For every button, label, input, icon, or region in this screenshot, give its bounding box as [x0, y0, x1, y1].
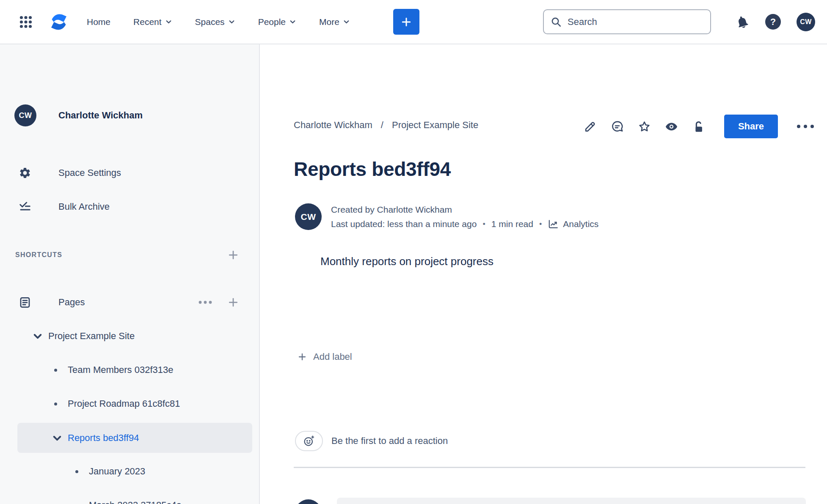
tree-item-label: Reports bed3ff94	[68, 433, 139, 444]
tree-item-label: Project Example Site	[48, 331, 135, 342]
sidebar-item-label: Bulk Archive	[58, 201, 110, 212]
star-favourite-icon[interactable]	[638, 120, 651, 133]
create-button[interactable]	[393, 9, 419, 35]
reaction-prompt-text: Be the first to add a reaction	[331, 436, 448, 446]
sidebar-item-march-2023[interactable]: March 2023 37185c4a	[0, 493, 260, 504]
page-body-text: Monthly reports on project progress	[320, 255, 493, 268]
gear-icon	[19, 167, 31, 179]
sidebar-item-reports-selected[interactable]: Reports bed3ff94	[0, 423, 260, 453]
bulk-archive-icon	[19, 200, 31, 213]
dot-separator: •	[538, 220, 543, 229]
analytics-link[interactable]: Analytics	[548, 219, 598, 230]
breadcrumb: Charlotte Wickham / Project Example Site	[294, 120, 478, 131]
user-avatar[interactable]: CW	[797, 13, 815, 31]
page-content: Charlotte Wickham / Project Example Site…	[261, 44, 827, 504]
chevron-down-icon	[228, 18, 235, 25]
space-name: Charlotte Wickham	[58, 110, 143, 121]
menu-more[interactable]: More	[319, 17, 350, 27]
page-more-icon[interactable]	[796, 124, 815, 129]
bullet-icon	[54, 369, 57, 372]
search-input[interactable]	[568, 16, 695, 27]
sidebar-item-project-example-site[interactable]: Project Example Site	[0, 324, 260, 348]
last-updated-text[interactable]: Last updated: less than a minute ago	[331, 219, 477, 229]
menu-home-label: Home	[87, 17, 110, 27]
read-time-text: 1 min read	[491, 219, 533, 229]
space-sidebar: CW Charlotte Wickham Space Settings Bulk…	[0, 44, 260, 504]
top-navigation-bar: Home Recent Spaces People More	[0, 0, 827, 44]
sidebar-item-team-members[interactable]: Team Members 032f313e	[0, 358, 260, 382]
notifications-bell-icon[interactable]	[733, 13, 751, 30]
menu-people-label: People	[258, 17, 286, 27]
edit-pencil-icon[interactable]	[584, 120, 597, 133]
page-title: Reports bed3ff94	[294, 158, 451, 181]
created-by-text[interactable]: Created by Charlotte Wickham	[331, 205, 452, 215]
author-avatar[interactable]: CW	[295, 203, 322, 230]
share-button[interactable]: Share	[724, 115, 778, 138]
pages-label: Pages	[58, 297, 85, 308]
comment-section: CW	[295, 498, 806, 504]
byline: CW Created by Charlotte Wickham Last upd…	[295, 203, 598, 230]
pages-document-icon	[19, 296, 31, 309]
shortcuts-section-header: SHORTCUTS	[0, 243, 260, 267]
menu-home[interactable]: Home	[87, 17, 110, 27]
breadcrumb-space-link[interactable]: Charlotte Wickham	[294, 120, 372, 131]
breadcrumb-parent-link[interactable]: Project Example Site	[392, 120, 478, 131]
reactions-section: Be the first to add a reaction	[295, 431, 448, 451]
add-reaction-button[interactable]	[295, 431, 323, 451]
shortcuts-label: SHORTCUTS	[15, 251, 62, 259]
sidebar-item-project-roadmap[interactable]: Project Roadmap 61c8fc81	[0, 392, 260, 416]
sidebar-item-january-2023[interactable]: January 2023	[0, 459, 260, 484]
chevron-down-icon	[343, 18, 350, 25]
comments-icon[interactable]	[611, 120, 624, 133]
add-label-text: Add label	[313, 351, 352, 362]
tree-item-label: Project Roadmap 61c8fc81	[68, 398, 180, 409]
menu-spaces-label: Spaces	[195, 17, 225, 27]
tree-item-label: Team Members 032f313e	[68, 364, 173, 375]
commenter-avatar: CW	[295, 499, 322, 504]
sidebar-item-bulk-archive[interactable]: Bulk Archive	[0, 195, 260, 219]
search-icon	[551, 16, 562, 27]
unlock-icon[interactable]	[692, 120, 705, 133]
bullet-icon	[54, 403, 57, 405]
chevron-down-icon	[289, 18, 296, 25]
menu-recent-label: Recent	[133, 17, 162, 27]
menu-more-label: More	[319, 17, 339, 27]
chevron-down-icon[interactable]	[52, 433, 63, 444]
plus-icon	[400, 16, 413, 28]
add-label-button[interactable]: Add label	[297, 351, 352, 362]
page-actions-toolbar: Share	[584, 115, 815, 138]
primary-menu: Home Recent Spaces People More	[87, 17, 350, 27]
section-divider	[294, 467, 805, 468]
add-page-plus-icon[interactable]	[227, 296, 240, 309]
smiley-add-reaction-icon	[303, 435, 315, 447]
tree-item-label: March 2023 37185c4a	[89, 500, 182, 504]
analytics-label: Analytics	[563, 219, 598, 229]
analytics-chart-icon	[548, 219, 559, 230]
confluence-logo-icon[interactable]	[49, 12, 69, 32]
bullet-icon	[75, 470, 78, 473]
tree-item-label: January 2023	[89, 466, 145, 477]
app-switcher-icon[interactable]	[17, 14, 34, 30]
chevron-down-icon	[165, 18, 172, 25]
breadcrumb-separator: /	[381, 120, 383, 131]
comment-input[interactable]	[337, 498, 806, 504]
pages-more-icon[interactable]	[198, 300, 212, 304]
dot-separator: •	[482, 220, 486, 229]
menu-recent[interactable]: Recent	[133, 17, 172, 27]
add-shortcut-plus-icon[interactable]	[227, 249, 240, 261]
help-icon[interactable]: ?	[765, 14, 781, 30]
plus-icon	[297, 352, 307, 362]
search-box[interactable]	[543, 9, 711, 34]
sidebar-section-pages[interactable]: Pages	[0, 290, 260, 314]
menu-people[interactable]: People	[258, 17, 296, 27]
space-avatar: CW	[14, 104, 36, 126]
space-header[interactable]: CW Charlotte Wickham	[0, 102, 260, 129]
sidebar-item-space-settings[interactable]: Space Settings	[0, 161, 260, 185]
menu-spaces[interactable]: Spaces	[195, 17, 235, 27]
chevron-down-icon[interactable]	[32, 331, 43, 342]
watch-eye-icon[interactable]	[665, 120, 678, 133]
sidebar-item-label: Space Settings	[58, 167, 121, 178]
